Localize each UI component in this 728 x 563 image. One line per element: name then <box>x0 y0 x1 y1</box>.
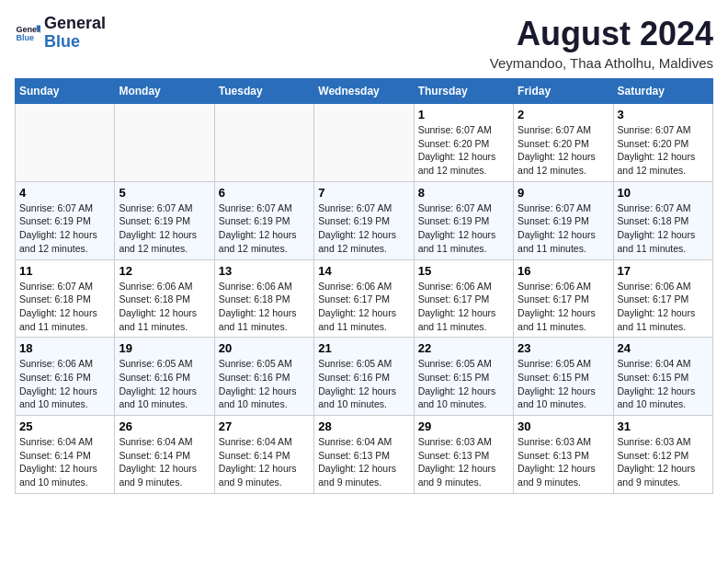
calendar-empty-cell <box>214 104 313 182</box>
weekday-header-saturday: Saturday <box>613 79 712 104</box>
calendar-day-cell: 24Sunrise: 6:04 AM Sunset: 6:15 PM Dayli… <box>613 338 712 416</box>
day-number: 26 <box>119 419 210 433</box>
day-info: Sunrise: 6:04 AM Sunset: 6:13 PM Dayligh… <box>318 435 409 489</box>
calendar-day-cell: 9Sunrise: 6:07 AM Sunset: 6:19 PM Daylig… <box>514 181 613 259</box>
day-info: Sunrise: 6:05 AM Sunset: 6:15 PM Dayligh… <box>518 357 609 411</box>
day-info: Sunrise: 6:06 AM Sunset: 6:18 PM Dayligh… <box>219 280 310 334</box>
calendar-day-cell: 10Sunrise: 6:07 AM Sunset: 6:18 PM Dayli… <box>613 181 712 259</box>
day-info: Sunrise: 6:06 AM Sunset: 6:17 PM Dayligh… <box>518 280 609 334</box>
day-info: Sunrise: 6:06 AM Sunset: 6:17 PM Dayligh… <box>418 280 509 334</box>
weekday-header-sunday: Sunday <box>16 79 115 104</box>
day-info: Sunrise: 6:07 AM Sunset: 6:19 PM Dayligh… <box>418 201 509 256</box>
calendar-day-cell: 26Sunrise: 6:04 AM Sunset: 6:14 PM Dayli… <box>115 416 214 494</box>
calendar-empty-cell <box>16 104 115 182</box>
svg-text:Blue: Blue <box>16 33 34 42</box>
calendar-empty-cell <box>115 104 214 182</box>
day-number: 3 <box>618 108 709 121</box>
day-number: 31 <box>618 419 709 433</box>
location: Veymandoo, Thaa Atholhu, Maldives <box>490 55 713 71</box>
calendar-week-row: 4Sunrise: 6:07 AM Sunset: 6:19 PM Daylig… <box>16 181 713 259</box>
calendar-week-row: 25Sunrise: 6:04 AM Sunset: 6:14 PM Dayli… <box>16 416 713 494</box>
day-info: Sunrise: 6:03 AM Sunset: 6:12 PM Dayligh… <box>618 435 709 489</box>
day-number: 1 <box>418 108 509 121</box>
calendar-table: SundayMondayTuesdayWednesdayThursdayFrid… <box>15 78 713 494</box>
day-number: 20 <box>219 341 310 355</box>
day-info: Sunrise: 6:06 AM Sunset: 6:17 PM Dayligh… <box>318 280 409 334</box>
day-info: Sunrise: 6:03 AM Sunset: 6:13 PM Dayligh… <box>418 435 509 489</box>
month-title: August 2024 <box>490 15 713 53</box>
day-number: 14 <box>318 264 409 278</box>
day-info: Sunrise: 6:07 AM Sunset: 6:19 PM Dayligh… <box>219 201 310 256</box>
day-number: 7 <box>318 186 409 200</box>
calendar-day-cell: 28Sunrise: 6:04 AM Sunset: 6:13 PM Dayli… <box>314 416 414 494</box>
calendar-day-cell: 20Sunrise: 6:05 AM Sunset: 6:16 PM Dayli… <box>214 338 313 416</box>
day-info: Sunrise: 6:07 AM Sunset: 6:20 PM Dayligh… <box>518 123 609 178</box>
day-number: 25 <box>19 419 110 433</box>
logo: General Blue General Blue <box>15 15 106 52</box>
day-number: 13 <box>219 264 310 278</box>
calendar-week-row: 1Sunrise: 6:07 AM Sunset: 6:20 PM Daylig… <box>16 104 713 182</box>
day-number: 29 <box>418 419 509 433</box>
day-info: Sunrise: 6:07 AM Sunset: 6:19 PM Dayligh… <box>119 201 210 256</box>
day-info: Sunrise: 6:07 AM Sunset: 6:19 PM Dayligh… <box>318 201 409 256</box>
day-number: 24 <box>618 341 709 355</box>
calendar-week-row: 11Sunrise: 6:07 AM Sunset: 6:18 PM Dayli… <box>16 259 713 338</box>
day-info: Sunrise: 6:05 AM Sunset: 6:15 PM Dayligh… <box>418 357 509 411</box>
day-info: Sunrise: 6:05 AM Sunset: 6:16 PM Dayligh… <box>219 357 310 411</box>
day-info: Sunrise: 6:05 AM Sunset: 6:16 PM Dayligh… <box>119 357 210 411</box>
day-number: 4 <box>19 186 110 200</box>
day-number: 12 <box>119 264 210 278</box>
logo-icon: General Blue <box>15 20 40 46</box>
day-number: 21 <box>318 341 409 355</box>
day-info: Sunrise: 6:04 AM Sunset: 6:15 PM Dayligh… <box>618 357 709 411</box>
day-info: Sunrise: 6:04 AM Sunset: 6:14 PM Dayligh… <box>19 435 110 489</box>
calendar-day-cell: 18Sunrise: 6:06 AM Sunset: 6:16 PM Dayli… <box>16 338 115 416</box>
calendar-week-row: 18Sunrise: 6:06 AM Sunset: 6:16 PM Dayli… <box>16 338 713 416</box>
calendar-day-cell: 13Sunrise: 6:06 AM Sunset: 6:18 PM Dayli… <box>214 259 313 338</box>
calendar-day-cell: 6Sunrise: 6:07 AM Sunset: 6:19 PM Daylig… <box>214 181 313 259</box>
day-info: Sunrise: 6:07 AM Sunset: 6:18 PM Dayligh… <box>618 201 709 256</box>
day-number: 5 <box>119 186 210 200</box>
day-info: Sunrise: 6:07 AM Sunset: 6:20 PM Dayligh… <box>418 123 509 178</box>
day-number: 9 <box>518 186 609 200</box>
day-info: Sunrise: 6:06 AM Sunset: 6:17 PM Dayligh… <box>618 280 709 334</box>
day-number: 2 <box>518 108 609 121</box>
day-number: 27 <box>219 419 310 433</box>
day-number: 30 <box>518 419 609 433</box>
calendar-day-cell: 14Sunrise: 6:06 AM Sunset: 6:17 PM Dayli… <box>314 259 414 338</box>
day-info: Sunrise: 6:05 AM Sunset: 6:16 PM Dayligh… <box>318 357 409 411</box>
day-info: Sunrise: 6:06 AM Sunset: 6:18 PM Dayligh… <box>119 280 210 334</box>
day-number: 28 <box>318 419 409 433</box>
weekday-header-wednesday: Wednesday <box>314 79 414 104</box>
calendar-day-cell: 23Sunrise: 6:05 AM Sunset: 6:15 PM Dayli… <box>514 338 613 416</box>
calendar-day-cell: 1Sunrise: 6:07 AM Sunset: 6:20 PM Daylig… <box>414 104 513 182</box>
day-info: Sunrise: 6:06 AM Sunset: 6:16 PM Dayligh… <box>19 357 110 411</box>
day-number: 10 <box>618 186 709 200</box>
calendar-day-cell: 19Sunrise: 6:05 AM Sunset: 6:16 PM Dayli… <box>115 338 214 416</box>
calendar-day-cell: 5Sunrise: 6:07 AM Sunset: 6:19 PM Daylig… <box>115 181 214 259</box>
calendar-day-cell: 3Sunrise: 6:07 AM Sunset: 6:20 PM Daylig… <box>613 104 712 182</box>
calendar-day-cell: 22Sunrise: 6:05 AM Sunset: 6:15 PM Dayli… <box>414 338 513 416</box>
calendar-day-cell: 27Sunrise: 6:04 AM Sunset: 6:14 PM Dayli… <box>214 416 313 494</box>
page-header: General Blue General Blue August 2024 Ve… <box>15 15 713 71</box>
calendar-day-cell: 2Sunrise: 6:07 AM Sunset: 6:20 PM Daylig… <box>514 104 613 182</box>
calendar-day-cell: 31Sunrise: 6:03 AM Sunset: 6:12 PM Dayli… <box>613 416 712 494</box>
day-number: 16 <box>518 264 609 278</box>
calendar-day-cell: 30Sunrise: 6:03 AM Sunset: 6:13 PM Dayli… <box>514 416 613 494</box>
weekday-header-thursday: Thursday <box>414 79 513 104</box>
calendar-day-cell: 4Sunrise: 6:07 AM Sunset: 6:19 PM Daylig… <box>16 181 115 259</box>
calendar-day-cell: 7Sunrise: 6:07 AM Sunset: 6:19 PM Daylig… <box>314 181 414 259</box>
day-number: 19 <box>119 341 210 355</box>
day-info: Sunrise: 6:07 AM Sunset: 6:19 PM Dayligh… <box>518 201 609 256</box>
calendar-day-cell: 29Sunrise: 6:03 AM Sunset: 6:13 PM Dayli… <box>414 416 513 494</box>
day-info: Sunrise: 6:07 AM Sunset: 6:19 PM Dayligh… <box>19 201 110 256</box>
day-info: Sunrise: 6:07 AM Sunset: 6:20 PM Dayligh… <box>618 123 709 178</box>
day-number: 22 <box>418 341 509 355</box>
calendar-day-cell: 21Sunrise: 6:05 AM Sunset: 6:16 PM Dayli… <box>314 338 414 416</box>
calendar-day-cell: 11Sunrise: 6:07 AM Sunset: 6:18 PM Dayli… <box>16 259 115 338</box>
day-number: 6 <box>219 186 310 200</box>
calendar-day-cell: 17Sunrise: 6:06 AM Sunset: 6:17 PM Dayli… <box>613 259 712 338</box>
calendar-day-cell: 16Sunrise: 6:06 AM Sunset: 6:17 PM Dayli… <box>514 259 613 338</box>
calendar-day-cell: 8Sunrise: 6:07 AM Sunset: 6:19 PM Daylig… <box>414 181 513 259</box>
day-info: Sunrise: 6:07 AM Sunset: 6:18 PM Dayligh… <box>19 280 110 334</box>
